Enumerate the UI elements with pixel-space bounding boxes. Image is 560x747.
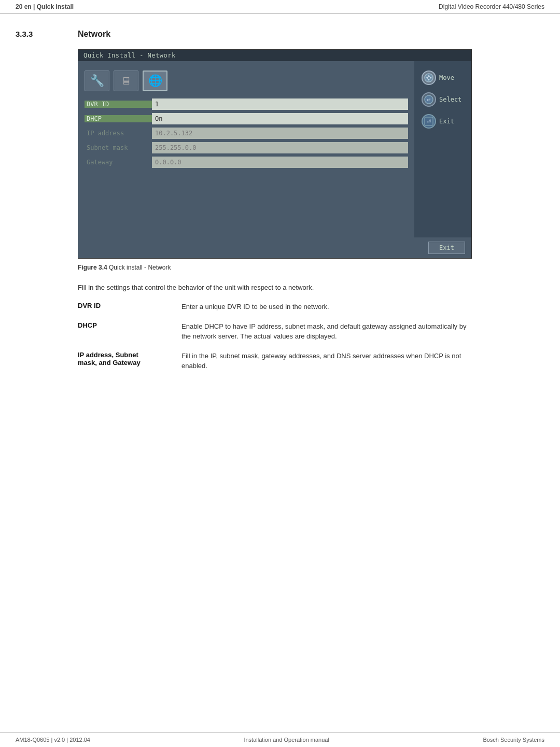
settings-icon-btn[interactable]: 🔧 [85,71,109,91]
dvr-id-row: DVR ID [85,97,408,111]
subnet-mask-label: Subnet mask [85,144,152,151]
dhcp-row: DHCP [85,112,408,125]
dvr-id-input[interactable] [152,98,408,110]
dhcp-input[interactable] [152,113,408,124]
subnet-mask-row: Subnet mask [85,141,408,154]
dhcp-label: DHCP [85,115,152,122]
network-icon: 🌐 [148,74,162,88]
gateway-row: Gateway [85,156,408,169]
def-row-dvrid: DVR ID Enter a unique DVR ID to be used … [78,302,472,312]
wrench-icon: 🔧 [90,74,104,88]
dvr-sidebar: Move ↵ Select [414,61,471,237]
footer-center: Installation and Operation manual [244,737,329,743]
dvr-body: 🔧 🖥 🌐 DVR ID [78,61,471,237]
select-button[interactable]: ↵ Select [419,91,466,108]
figure-label: Figure 3.4 [78,264,107,271]
move-label: Move [439,74,454,81]
page-number-label: 20 en | Quick install [16,3,74,10]
exit-sidebar-label: Exit [439,118,454,125]
def-row-ip: IP address, Subnetmask, and Gateway Fill… [78,351,472,371]
section-heading: 3.3.3 Network [16,30,544,39]
network-icon-btn[interactable]: 🌐 [143,71,167,91]
def-desc-ip: Fill in the IP, subnet mask, gateway add… [181,351,472,371]
def-desc-dhcp: Enable DHCP to have IP address, subnet m… [181,321,472,342]
exit-sidebar-button[interactable]: ⏎ Exit [419,113,466,130]
select-icon: ↵ [422,92,436,107]
move-icon [422,71,436,85]
monitor-icon: 🖥 [121,75,131,87]
dvr-screen: Quick Install - Network 🔧 🖥 🌐 [78,49,472,259]
dvr-id-label: DVR ID [85,101,152,108]
dvr-spacer [78,170,414,232]
def-term-dhcp: DHCP [78,321,161,329]
figure-caption-text: Quick install - Network [109,264,171,271]
dvr-form: DVR ID DHCP IP address Sub [78,97,414,169]
ip-address-input[interactable] [152,128,408,139]
dvr-iconbar: 🔧 🖥 🌐 [78,66,414,97]
gateway-input[interactable] [152,157,408,168]
svg-text:⏎: ⏎ [427,119,431,124]
page-header: 20 en | Quick install Digital Video Reco… [0,0,560,14]
dvr-footer: Exit [78,237,471,258]
move-icon-svg [424,73,433,82]
figure-caption: Figure 3.4 Quick install - Network [78,264,544,271]
exit-icon-svg: ⏎ [424,117,433,126]
select-icon-svg: ↵ [424,95,433,104]
def-term-dvrid: DVR ID [78,302,161,309]
ip-address-label: IP address [85,130,152,137]
move-button[interactable]: Move [419,69,466,86]
exit-sidebar-icon: ⏎ [422,114,436,129]
footer-right: Bosch Security Systems [483,737,544,743]
ip-address-row: IP address [85,126,408,140]
intro-text: Fill in the settings that control the be… [78,284,544,291]
dvr-main-panel: 🔧 🖥 🌐 DVR ID [78,61,414,237]
section-number: 3.3.3 [16,30,47,38]
page-footer: AM18-Q0605 | v2.0 | 2012.04 Installation… [0,732,560,747]
gateway-label: Gateway [85,159,152,166]
section-title: Network [78,30,110,39]
definition-table: DVR ID Enter a unique DVR ID to be used … [78,302,472,371]
select-label: Select [439,96,461,103]
svg-text:↵: ↵ [427,97,431,103]
subnet-mask-input[interactable] [152,142,408,153]
def-term-ip: IP address, Subnetmask, and Gateway [78,351,161,367]
product-title: Digital Video Recorder 440/480 Series [439,3,544,10]
dvr-titlebar: Quick Install - Network [78,50,471,61]
def-row-dhcp: DHCP Enable DHCP to have IP address, sub… [78,321,472,342]
monitor-icon-btn[interactable]: 🖥 [114,71,138,91]
main-content: 3.3.3 Network Quick Install - Network 🔧 … [0,14,560,396]
footer-left: AM18-Q0605 | v2.0 | 2012.04 [16,737,90,743]
exit-button[interactable]: Exit [428,242,465,254]
def-desc-dvrid: Enter a unique DVR ID to be used in the … [181,302,472,312]
